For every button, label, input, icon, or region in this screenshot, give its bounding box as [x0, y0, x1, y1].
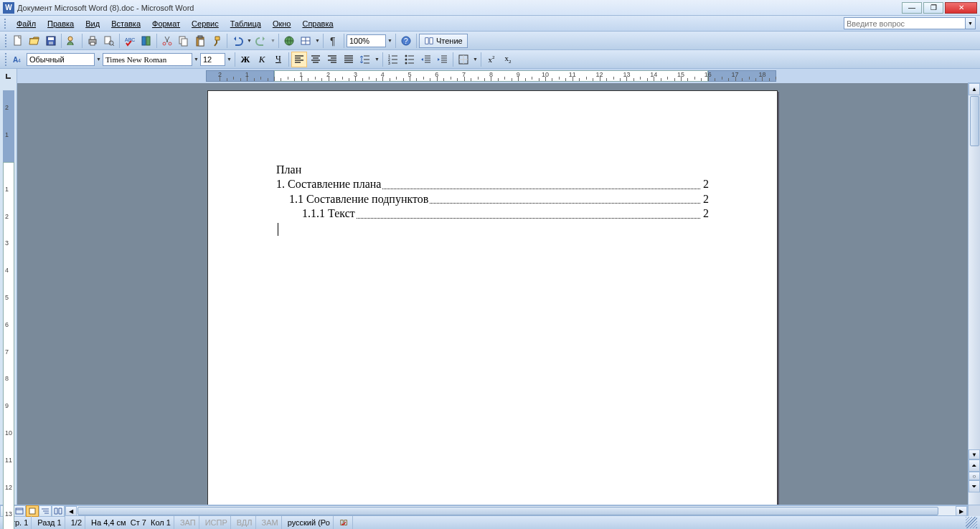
- print-button[interactable]: [85, 33, 100, 49]
- menu-tools[interactable]: Сервис: [186, 18, 225, 29]
- zoom-dropdown[interactable]: ▼: [387, 33, 393, 49]
- menu-table[interactable]: Таблица: [225, 18, 267, 29]
- font-combobox[interactable]: Times New Roman: [103, 53, 192, 66]
- subscript-button[interactable]: x2: [500, 52, 516, 67]
- ask-question-dropdown[interactable]: ▼: [966, 17, 976, 29]
- status-pages[interactable]: 1/2: [68, 516, 85, 529]
- menu-insert[interactable]: Вставка: [105, 18, 146, 29]
- hyperlink-button[interactable]: [281, 33, 297, 49]
- scroll-left-button[interactable]: ◀: [65, 506, 77, 516]
- font-dropdown[interactable]: ▼: [193, 52, 199, 67]
- paste-button[interactable]: [192, 33, 208, 49]
- numbering-button[interactable]: 123: [385, 52, 401, 67]
- underline-button[interactable]: Ч: [270, 52, 286, 67]
- horizontal-ruler[interactable]: 21123456789101112131415161718: [17, 69, 968, 83]
- tab-selector[interactable]: [0, 69, 17, 83]
- bullets-button[interactable]: [402, 52, 418, 67]
- status-language[interactable]: русский (Ро: [285, 516, 334, 529]
- table-of-contents[interactable]: 1. Составление плана21.1 Составление под…: [276, 177, 709, 221]
- research-button[interactable]: [138, 33, 154, 49]
- decrease-indent-button[interactable]: [418, 52, 434, 67]
- superscript-button[interactable]: x2: [484, 52, 499, 67]
- resize-grip[interactable]: [966, 517, 977, 528]
- menu-edit[interactable]: Правка: [42, 18, 80, 29]
- font-size-combobox[interactable]: 12: [200, 53, 225, 66]
- copy-button[interactable]: [176, 33, 192, 49]
- toc-entry[interactable]: 1. Составление плана2: [276, 177, 709, 191]
- outline-view-button[interactable]: [39, 505, 52, 517]
- permission-button[interactable]: [64, 33, 80, 49]
- menu-help[interactable]: Справка: [296, 18, 339, 29]
- status-rec[interactable]: ЗАП: [177, 516, 199, 529]
- outside-border-button[interactable]: [456, 52, 471, 67]
- close-button[interactable]: ✕: [945, 2, 977, 14]
- scroll-down-button[interactable]: ▼: [969, 449, 980, 459]
- toc-entry[interactable]: 1.1 Составление подпунктов2: [276, 192, 709, 206]
- maximize-button[interactable]: ❐: [923, 2, 943, 14]
- spelling-button[interactable]: ABC: [122, 33, 138, 49]
- status-ext[interactable]: ВДЛ: [234, 516, 256, 529]
- increase-indent-button[interactable]: [435, 52, 451, 67]
- align-left-button[interactable]: [291, 52, 307, 67]
- format-painter-button[interactable]: [209, 33, 225, 49]
- vscroll-thumb[interactable]: [970, 96, 979, 146]
- menu-view[interactable]: Вид: [80, 18, 105, 29]
- show-formatting-button[interactable]: ¶: [326, 33, 341, 49]
- document-content[interactable]: План 1. Составление плана21.1 Составлени…: [276, 163, 709, 236]
- border-dropdown[interactable]: ▼: [472, 52, 479, 67]
- menu-window[interactable]: Окно: [267, 18, 297, 29]
- browse-next-button[interactable]: ⏷: [969, 480, 980, 492]
- menubar-grip[interactable]: [4, 19, 6, 29]
- cut-button[interactable]: [159, 33, 175, 49]
- tables-borders-button[interactable]: [298, 33, 314, 49]
- font-size-dropdown[interactable]: ▼: [226, 52, 232, 67]
- scroll-right-button[interactable]: ▶: [956, 506, 967, 516]
- menu-file[interactable]: Файл: [11, 18, 42, 29]
- align-right-button[interactable]: [324, 52, 340, 67]
- vertical-scrollbar[interactable]: ▲ ▼ ⏶ ○ ⏷: [968, 83, 980, 505]
- print-preview-button[interactable]: [101, 33, 117, 49]
- document-area[interactable]: План 1. Составление плана21.1 Составлени…: [17, 83, 968, 505]
- line-spacing-dropdown[interactable]: ▼: [374, 52, 380, 67]
- hscroll-thumb[interactable]: [77, 507, 938, 515]
- status-position[interactable]: На 4,4 см Ст 7 Кол 1: [88, 516, 174, 529]
- status-section[interactable]: Разд 1: [34, 516, 65, 529]
- browse-prev-button[interactable]: ⏶: [969, 459, 980, 472]
- help-button[interactable]: ?: [398, 33, 414, 49]
- bold-button[interactable]: Ж: [237, 52, 253, 67]
- align-justify-button[interactable]: [341, 52, 357, 67]
- menu-format[interactable]: Формат: [146, 18, 186, 29]
- redo-button[interactable]: [253, 33, 269, 49]
- styles-pane-button[interactable]: A4: [10, 52, 26, 67]
- undo-dropdown[interactable]: ▼: [246, 33, 253, 49]
- insert-table-dropdown[interactable]: ▼: [314, 33, 321, 49]
- style-combobox[interactable]: Обычный: [27, 53, 95, 66]
- minimize-button[interactable]: —: [902, 2, 922, 14]
- align-center-button[interactable]: [308, 52, 324, 67]
- italic-button[interactable]: К: [254, 52, 270, 67]
- status-spellcheck-icon[interactable]: [336, 516, 353, 529]
- browse-object-button[interactable]: ○: [969, 472, 980, 480]
- style-dropdown[interactable]: ▼: [95, 52, 102, 67]
- undo-button[interactable]: [230, 33, 245, 49]
- vertical-ruler[interactable]: 211234567891011121314: [0, 83, 17, 505]
- save-button[interactable]: [43, 33, 59, 49]
- toolbar-grip[interactable]: [5, 34, 7, 47]
- print-layout-view-button[interactable]: [26, 505, 39, 517]
- line-spacing-button[interactable]: [357, 52, 373, 67]
- scroll-up-button[interactable]: ▲: [969, 83, 980, 95]
- toolbar-grip-2[interactable]: [5, 53, 7, 66]
- horizontal-scrollbar[interactable]: ◀ ▶: [65, 505, 968, 516]
- status-ovr[interactable]: ЗАМ: [259, 516, 282, 529]
- reading-view-button[interactable]: [52, 505, 65, 517]
- toc-entry[interactable]: 1.1.1 Текст2: [276, 206, 709, 221]
- web-layout-view-button[interactable]: [13, 505, 26, 517]
- ask-question-input[interactable]: [844, 17, 966, 29]
- zoom-combobox[interactable]: 100%: [347, 34, 386, 47]
- status-trk[interactable]: ИСПР: [202, 516, 231, 529]
- reading-layout-button[interactable]: Чтение: [419, 34, 468, 48]
- new-document-button[interactable]: [10, 33, 26, 49]
- doc-heading[interactable]: План: [276, 163, 709, 177]
- open-button[interactable]: [27, 33, 42, 49]
- redo-dropdown[interactable]: ▼: [270, 33, 276, 49]
